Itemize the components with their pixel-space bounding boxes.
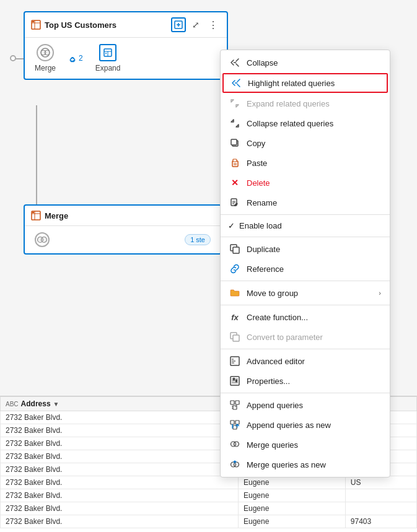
top-us-customers-card: Top US Customers ⤢ ⋮ [24,11,228,80]
collapse-related-icon [229,118,240,129]
sort-address-icon[interactable]: ▼ [53,401,59,408]
menu-item-collapse[interactable]: Collapse [221,53,390,72]
menu-item-expand-related[interactable]: Expand related queries [221,94,390,113]
append-queries-new-label: Append queries as new [247,421,331,430]
merge-body-icon [35,232,50,247]
connector-dot-left [10,55,16,61]
cell-extra [345,489,416,502]
svg-point-9 [45,50,50,55]
menu-item-convert-parameter[interactable]: Convert to parameter [221,327,390,347]
merge-card: Merge 1 ste [24,204,222,255]
svg-rect-45 [233,378,235,380]
svg-rect-48 [235,401,239,404]
menu-item-merge-queries[interactable]: Merge queries [221,435,390,455]
menu-item-enable-load[interactable]: ✓ Enable load [221,217,390,235]
cell-city: Eugene [239,489,346,502]
table-row: 2732 Baker Blvd. Eugene [1,502,417,515]
rename-label: Rename [247,198,277,207]
cell-address: 2732 Baker Blvd. [1,450,239,463]
menu-item-append-queries[interactable]: Append queries [221,395,390,415]
enable-load-label: Enable load [239,221,282,230]
collapse-arrows-btn[interactable]: ⤢ [188,17,203,32]
rename-icon [229,197,240,208]
create-function-label: Create function... [247,313,308,322]
svg-rect-34 [233,247,239,253]
separator-2 [221,237,390,237]
expand-btn[interactable] [171,17,186,32]
merge-label: Merge [35,64,56,72]
cell-extra: US [345,476,416,489]
svg-rect-26 [233,159,237,162]
table-row: 2732 Baker Blvd. Eugene US [1,476,417,489]
cell-address: 2732 Baker Blvd. [1,411,239,424]
svg-point-20 [42,237,47,243]
cell-city: Eugene [239,502,346,515]
menu-item-move-to-group[interactable]: Move to group › [221,283,390,303]
table-icon [31,20,41,30]
merge-table-icon [31,211,41,220]
advanced-editor-label: Advanced editor [247,357,305,366]
menu-item-delete[interactable]: ✕ Delete [221,173,390,193]
copy-icon [229,137,240,149]
card-title-merge: Merge [45,211,214,220]
copy-label: Copy [247,139,265,148]
menu-item-append-queries-new[interactable]: Append queries as new [221,415,390,435]
cell-extra: 97403 [345,515,416,528]
link-count[interactable]: 2 [68,54,83,63]
menu-item-reference[interactable]: Reference [221,259,390,279]
menu-item-create-function[interactable]: fx Create function... [221,307,390,327]
svg-rect-18 [32,212,34,213]
card-header-top-us: Top US Customers ⤢ ⋮ [25,12,227,38]
svg-rect-47 [230,401,234,404]
menu-item-merge-queries-new[interactable]: Merge queries as new [221,455,390,474]
menu-item-highlight[interactable]: Highlight related queries [222,73,388,93]
cell-address: 2732 Baker Blvd. [1,502,239,515]
svg-rect-54 [233,425,237,429]
merge-icon [37,44,54,61]
merge-queries-new-icon [229,459,240,470]
menu-item-duplicate[interactable]: Duplicate [221,239,390,259]
paste-icon [229,157,240,168]
merge-queries-new-label: Merge queries as new [247,460,326,469]
table-row: 2732 Baker Blvd. Eugene [1,489,417,502]
merge-queries-icon [229,439,240,450]
menu-item-collapse-related[interactable]: Collapse related queries [221,113,390,133]
canvas: Top US Customers ⤢ ⋮ [0,0,417,532]
duplicate-label: Duplicate [247,245,280,254]
cell-address: 2732 Baker Blvd. [1,424,239,437]
collapse-label: Collapse [247,58,278,68]
collapse-icon [229,57,240,68]
menu-item-properties[interactable]: Properties... [221,371,390,391]
svg-rect-53 [235,421,239,424]
link-section: 2 [68,54,83,63]
svg-rect-52 [230,421,234,424]
highlight-label: Highlight related queries [248,79,335,88]
svg-rect-3 [32,21,34,22]
menu-item-paste[interactable]: Paste [221,153,390,173]
expand-icon-box [99,44,116,61]
merge-body: 1 ste [25,226,221,253]
merge-step: Merge [35,44,56,72]
merge-queries-label: Merge queries [247,440,298,450]
append-queries-icon [229,399,240,411]
svg-rect-36 [233,335,239,341]
cell-city: Eugene [239,476,346,489]
menu-item-copy[interactable]: Copy [221,133,390,153]
expand-step: Expand [95,44,121,72]
th-address[interactable]: ABC Address ▼ [1,397,239,411]
reference-label: Reference [247,264,284,274]
collapse-related-label: Collapse related queries [247,119,333,128]
expand-label: Expand [95,64,121,72]
properties-label: Properties... [247,377,290,386]
more-options-btn[interactable]: ⋮ [206,18,221,32]
menu-item-rename[interactable]: Rename [221,193,390,212]
svg-rect-46 [235,380,237,382]
expand-related-label: Expand related queries [247,99,330,108]
checkmark-icon: ✓ [228,221,235,230]
menu-item-advanced-editor[interactable]: Advanced editor [221,351,390,371]
submenu-arrow: › [379,289,381,297]
paste-label: Paste [247,159,267,168]
card-body-top-us: Merge 2 [25,38,227,79]
step-badge: 1 ste [185,234,211,245]
convert-param-icon [229,331,240,342]
